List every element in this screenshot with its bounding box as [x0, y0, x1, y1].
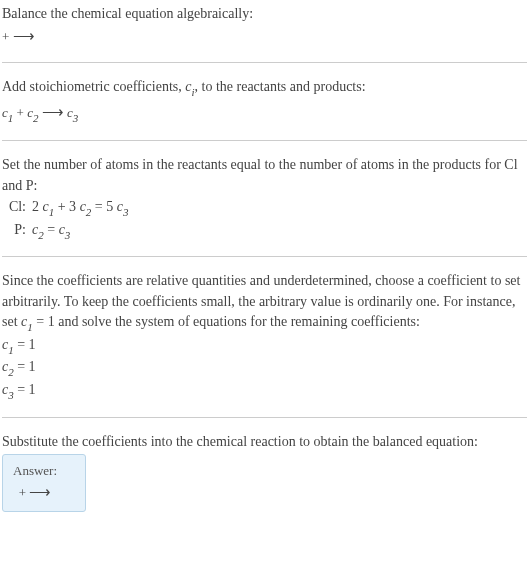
c2-sub: 2	[38, 229, 44, 241]
arrow-icon	[42, 105, 64, 120]
c2-var: c	[80, 199, 86, 214]
table-row: Cl: 2 c1 + 3 c2 = 5 c3	[2, 196, 527, 219]
text-part: Add stoichiometric coefficients,	[2, 79, 185, 94]
plus: +	[13, 105, 27, 120]
c3-var: c	[59, 222, 65, 237]
c3-var: c	[67, 105, 73, 120]
c1-sub: 1	[8, 112, 14, 124]
arrow-icon	[29, 485, 51, 500]
coeff-equation: c1 + c2 c3	[2, 100, 527, 126]
ci-sub: i	[191, 86, 194, 98]
add-coefficients-section: Add stoichiometric coefficients, ci, to …	[2, 77, 527, 126]
intro-equation: +	[2, 24, 527, 48]
text-part: , to the reactants and products:	[195, 79, 366, 94]
divider	[2, 140, 527, 141]
atom-balance-section: Set the number of atoms in the reactants…	[2, 155, 527, 242]
final-text: Substitute the coefficients into the che…	[2, 432, 527, 452]
solution-c2: c2 = 1	[2, 357, 527, 380]
divider	[2, 256, 527, 257]
add-coeff-text: Add stoichiometric coefficients, ci, to …	[2, 77, 527, 100]
c-sub: 1	[8, 344, 14, 356]
answer-plus: +	[19, 485, 30, 500]
solve-text: Since the coefficients are relative quan…	[2, 271, 527, 334]
solution-c1: c1 = 1	[2, 335, 527, 358]
equals: =	[44, 222, 59, 237]
atom-equation-p: c2 = c3	[32, 219, 70, 242]
element-label-p: P:	[2, 219, 32, 242]
intro-section: Balance the chemical equation algebraica…	[2, 4, 527, 48]
answer-box: Answer: +	[2, 454, 86, 512]
intro-text: Balance the chemical equation algebraica…	[2, 4, 527, 24]
c1-var: c	[2, 105, 8, 120]
solution-c3: c3 = 1	[2, 380, 527, 403]
intro-eq-plus: +	[2, 29, 13, 44]
equals-val: = 1	[14, 359, 36, 374]
c-sub: 3	[8, 389, 14, 401]
c3-sub: 3	[123, 206, 129, 218]
equals: = 5	[91, 199, 116, 214]
equals-val: = 1	[14, 337, 36, 352]
c3-sub: 3	[65, 229, 71, 241]
text-part: = 1 and solve the system of equations fo…	[33, 314, 420, 329]
c1-var: c	[43, 199, 49, 214]
equals-val: = 1	[14, 382, 36, 397]
answer-equation: +	[13, 483, 57, 501]
c1-sub: 1	[27, 321, 33, 333]
atom-balance-table: Cl: 2 c1 + 3 c2 = 5 c3 P: c2 = c3	[2, 196, 527, 243]
arrow-icon	[13, 29, 35, 44]
c3-sub: 3	[73, 112, 79, 124]
c2-sub: 2	[33, 112, 39, 124]
plus: + 3	[54, 199, 79, 214]
final-section: Substitute the coefficients into the che…	[2, 432, 527, 512]
table-row: P: c2 = c3	[2, 219, 527, 242]
coeff-num: 2	[32, 199, 43, 214]
divider	[2, 62, 527, 63]
divider	[2, 417, 527, 418]
c1-sub: 1	[49, 206, 55, 218]
answer-label: Answer:	[13, 463, 57, 479]
c2-sub: 2	[86, 206, 92, 218]
element-label-cl: Cl:	[2, 196, 32, 219]
atom-equation-cl: 2 c1 + 3 c2 = 5 c3	[32, 196, 128, 219]
c-sub: 2	[8, 366, 14, 378]
solve-section: Since the coefficients are relative quan…	[2, 271, 527, 403]
atom-balance-text: Set the number of atoms in the reactants…	[2, 155, 527, 196]
